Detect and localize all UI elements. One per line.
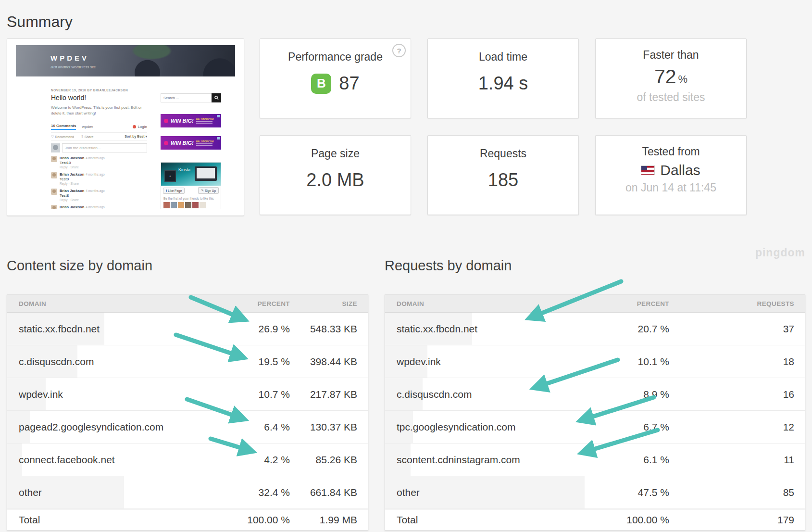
card-title: Tested from <box>642 145 700 158</box>
heart-icon: ♡ <box>51 135 54 139</box>
pencil-icon: ✎ <box>201 189 203 192</box>
percent-cell: 47.5 % <box>602 487 669 498</box>
kinsta-logo: K <box>164 170 176 182</box>
requests-cell: 16 <box>732 389 805 400</box>
sign-up-button: ✎ Sign Up <box>198 187 219 194</box>
disqus-toolbar: ♡ Recommend ⇧ Share Sort by Best ▾ <box>51 133 147 141</box>
comment-actions: Reply · Share <box>60 182 105 185</box>
comment-item: Brian Jackson4 months ago Test10 Reply ·… <box>51 156 147 169</box>
card-requests: Requests 185 <box>427 135 579 215</box>
total-requests: 179 <box>732 514 805 526</box>
domain-cell: scontent.cdninstagram.com <box>385 454 602 466</box>
comment-author: Brian Jackson4 months ago <box>60 205 105 209</box>
join-discussion-row: Join the discussion... <box>51 143 147 152</box>
site-screenshot: WPDEV Just another WordPress site NOVEMB… <box>16 45 235 209</box>
avatar <box>51 143 60 152</box>
domain-cell: c.disquscdn.com <box>7 356 223 367</box>
adchoices-icon <box>217 137 220 139</box>
card-value: Dallas <box>660 162 700 178</box>
sidebar-column: WIN BIG! HALOTOP.COM WIN BIG! HALOTOP.CO… <box>161 93 221 209</box>
friend-photos-strip <box>161 202 221 209</box>
recommend-label: Recommend <box>55 135 74 139</box>
table-row: scontent.cdninstagram.com 6.1 % 11 <box>385 443 805 476</box>
facebook-hint-text: Be the first of your friends to like thi… <box>161 195 221 202</box>
domain-cell: other <box>385 487 602 498</box>
table-row: other 32.4 % 661.84 KB <box>7 476 368 509</box>
table-row: other 47.5 % 85 <box>385 476 805 509</box>
percent-cell: 6.4 % <box>223 421 290 433</box>
size-cell: 548.33 KB <box>290 323 368 335</box>
friend-photo <box>192 202 199 208</box>
card-page-size: Page size 2.0 MB <box>260 135 411 215</box>
requests-cell: 12 <box>732 421 805 433</box>
card-unit: % <box>678 68 688 86</box>
comment-actions: Reply · Share <box>60 198 105 202</box>
comment-item: Brian Jackson4 months ago Test7 Reply · … <box>51 205 147 209</box>
comment-item: Brian Jackson4 months ago Test8 Reply · … <box>51 189 147 202</box>
facebook-cover-image: K Kinsta <box>161 163 221 186</box>
site-thumbnail-card: WPDEV Just another WordPress site NOVEMB… <box>7 38 244 216</box>
post-date: NOVEMBER 19, 2016 BY BRIANLEEJACKSON <box>51 89 147 92</box>
us-flag-icon <box>641 166 654 175</box>
ad-headline: WIN BIG! <box>171 118 194 124</box>
comment-author: Brian Jackson4 months ago <box>60 172 105 177</box>
grade-badge: B <box>311 74 331 94</box>
card-title: Load time <box>479 51 527 63</box>
domain-cell: connect.facebook.net <box>7 454 223 466</box>
card-tested-from: Tested from Dallas on Jun 14 at 11:45 <box>595 135 747 215</box>
content-size-heading: Content size by domain <box>7 258 152 274</box>
search-input <box>161 93 212 102</box>
page-title: Summary <box>7 13 73 31</box>
comment-time: 4 months ago <box>86 156 104 160</box>
adchoices-icon <box>217 115 220 117</box>
facebook-button-row: f Like Page ✎ Sign Up <box>161 186 221 195</box>
domain-cell: static.xx.fbcdn.net <box>7 323 223 335</box>
card-value: 1.94 s <box>478 73 528 94</box>
card-subtitle: on Jun 14 at 11:45 <box>625 181 716 194</box>
avatar <box>51 172 57 178</box>
table-total-row: Total 100.00 % 179 <box>385 509 805 530</box>
ad-banner: WIN BIG! HALOTOP.COM <box>161 114 221 127</box>
percent-cell: 10.1 % <box>602 356 669 367</box>
table-row: wpdev.ink 10.7 % 217.87 KB <box>7 378 368 411</box>
site-tagline: Just another WordPress site <box>50 65 96 69</box>
site-banner-image: WPDEV Just another WordPress site <box>16 45 235 76</box>
laptop-graphic <box>195 166 217 181</box>
facebook-icon: f <box>166 189 167 192</box>
card-title: Faster than <box>643 49 699 62</box>
percent-cell: 8.9 % <box>602 389 669 400</box>
friend-photo <box>163 202 170 208</box>
size-cell: 661.84 KB <box>290 487 368 498</box>
post-column: NOVEMBER 19, 2016 BY BRIANLEEJACKSON Hel… <box>51 89 147 209</box>
comments-count: 10 Comments <box>51 124 76 130</box>
content-size-table: DOMAIN PERCENT SIZE static.xx.fbcdn.net … <box>7 294 368 531</box>
requests-cell: 85 <box>732 487 805 498</box>
card-value: 72 <box>654 65 676 88</box>
table-row: connect.facebook.net 4.2 % 85.26 KB <box>7 443 368 476</box>
site-title: WPDEV <box>50 54 89 62</box>
column-header-domain: DOMAIN <box>7 300 223 307</box>
domain-cell: pagead2.googlesyndication.com <box>7 421 223 433</box>
post-body: Welcome to WordPress. This is your first… <box>51 105 147 116</box>
domain-cell: other <box>7 487 223 498</box>
comment-author: Brian Jackson4 months ago <box>60 189 105 193</box>
chevron-down-icon: ▾ <box>145 135 147 138</box>
requests-cell: 18 <box>732 356 805 367</box>
column-header-percent: PERCENT <box>602 300 669 307</box>
help-icon[interactable]: ? <box>392 44 406 57</box>
ad-text-line <box>196 143 212 144</box>
card-load-time: Load time 1.94 s <box>427 38 579 118</box>
sort-by-best: Sort by Best ▾ <box>125 135 147 139</box>
total-percent: 100.00 % <box>223 514 290 526</box>
ad-fine-print: HALOTOP.COM <box>196 140 214 146</box>
card-title: Requests <box>480 147 526 160</box>
friend-photo <box>171 202 177 208</box>
share-icon: ⇧ <box>81 135 84 139</box>
column-header-percent: PERCENT <box>223 300 290 307</box>
percent-cell: 10.7 % <box>223 389 290 400</box>
domain-cell: tpc.googlesyndication.com <box>385 421 602 433</box>
comment-actions: Reply · Share <box>60 165 105 169</box>
avatar <box>51 156 57 162</box>
requests-cell: 37 <box>732 323 805 335</box>
ad-fine-print: HALOTOP.COM <box>196 118 214 124</box>
